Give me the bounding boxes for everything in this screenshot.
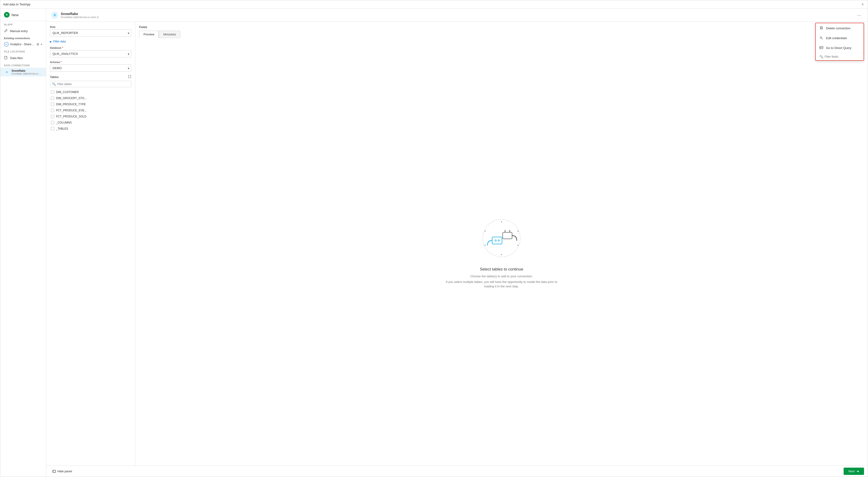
database-select-wrapper: QLIK_ANALYTICS ▾ [50, 50, 131, 57]
table-item-fct-produce-eve[interactable]: FCT_PRODUCE_EVE... [50, 107, 131, 114]
svg-point-15 [518, 231, 519, 232]
context-menu: Delete connection Edit credentials [815, 23, 864, 61]
filter-play-icon: ▶ [50, 40, 52, 43]
tables-expand-button[interactable] [128, 75, 131, 79]
next-button[interactable]: Next [844, 468, 864, 475]
tab-preview[interactable]: Preview [139, 31, 159, 38]
filter-tables-input[interactable] [57, 83, 129, 86]
sidebar: + New IN-APP Manual entry Existing conne… [0, 9, 46, 477]
data-files-label: Data files [10, 56, 23, 60]
table-item-tables[interactable]: _TABLES [50, 126, 131, 132]
empty-state: Select tables to continue Choose the tab… [139, 42, 864, 462]
table-checkbox-tables[interactable] [51, 127, 54, 130]
table-checkbox-dim-customer[interactable] [51, 91, 54, 94]
database-field-row: Database QLIK_ANALYTICS ▾ [50, 46, 131, 57]
empty-state-desc-line2: If you select multiple tables, you will … [440, 280, 562, 289]
table-checkbox-fct-produce-eve[interactable] [51, 109, 54, 112]
next-arrow-icon [856, 470, 859, 473]
sidebar-item-data-files[interactable]: Data files [0, 54, 46, 62]
schema-select[interactable]: DEMO [50, 64, 131, 72]
table-name-fct-produce-sold: FCT_PRODUCE_SOLD [56, 115, 86, 118]
connection-subtitle: Snowflake (qlikinternal.us-east-1) [11, 72, 42, 75]
table-item-dim-customer[interactable]: DIM_CUSTOMER [50, 89, 131, 95]
config-panel: Role QLIK_REPORTER ▾ ▶ Filter data [46, 22, 135, 466]
empty-state-icon [478, 215, 525, 262]
svg-point-7 [483, 219, 520, 257]
svg-rect-8 [503, 232, 512, 239]
snowflake-connection-item[interactable]: ❄ Snowflake Snowflake (qlikinternal.us-e… [0, 68, 46, 76]
data-connections-section-label: DATA CONNECTIONS [0, 62, 46, 68]
hide-panel-button[interactable]: Hide panel [50, 468, 74, 475]
file-locations-section-label: FILE LOCATIONS [0, 48, 46, 54]
tables-header: Tables [50, 75, 131, 79]
role-label: Role [50, 26, 131, 28]
connection-info: Snowflake Snowflake (qlikinternal.us-eas… [11, 69, 42, 75]
table-name-tables: _TABLES [56, 127, 68, 130]
content-area: Role QLIK_REPORTER ▾ ▶ Filter data [46, 22, 868, 466]
table-checkbox-dim-grocery-sto[interactable] [51, 97, 54, 100]
fields-section-label: Fields [139, 26, 864, 29]
table-name-dim-grocery-sto: DIM_GROCERY_STO... [56, 97, 87, 100]
schema-field-row: Schema DEMO ▾ [50, 61, 131, 72]
svg-text:❄: ❄ [6, 70, 8, 74]
table-checkbox-fct-produce-sold[interactable] [51, 115, 54, 118]
edit-credentials-menu-item[interactable]: Edit credentials [816, 33, 864, 43]
trash-icon [819, 26, 824, 30]
search-icon-small: 🔍 [819, 55, 823, 58]
schema-label: Schema [50, 61, 131, 64]
svg-point-17 [501, 254, 502, 255]
table-checkbox-columns[interactable] [51, 121, 54, 124]
title-bar: Add data to TestApp × [0, 0, 868, 9]
filter-fields-row: 🔍 [816, 53, 864, 60]
svg-point-14 [501, 221, 502, 222]
filter-data-button[interactable]: ▶ Filter data [50, 40, 131, 43]
schema-select-wrapper: DEMO ▾ [50, 64, 131, 72]
hide-panel-icon [52, 470, 56, 473]
hide-panel-label: Hide panel [57, 470, 72, 473]
go-to-direct-query-label: Go to Direct Query [826, 46, 851, 50]
go-to-direct-query-menu-item[interactable]: Go to Direct Query [816, 43, 864, 53]
analytics-icon [4, 42, 9, 46]
svg-point-13 [498, 240, 499, 241]
table-icon [819, 46, 824, 50]
fields-panel: Fields Preview Metadata [135, 22, 868, 466]
table-item-dim-produce-type[interactable]: DIM_PRODUCE_TYPE [50, 101, 131, 107]
new-button[interactable]: + New [0, 9, 46, 21]
analytics-shared-data-item[interactable]: Analytics - Shared Data... ⚙ ▾ [0, 40, 46, 48]
database-label: Database [50, 46, 131, 49]
right-panel: ❄ Snowflake Snowflake (qlikinternal.us-e… [46, 9, 868, 477]
sidebar-item-manual-entry[interactable]: Manual entry [0, 27, 46, 35]
role-select[interactable]: QLIK_REPORTER [50, 29, 131, 37]
table-checkbox-dim-produce-type[interactable] [51, 103, 54, 106]
svg-text:❄: ❄ [53, 13, 56, 17]
panel-header-info: Snowflake Snowflake (qlikinternal.us-eas… [61, 12, 99, 19]
table-name-columns: _COLUMNS [56, 121, 72, 124]
cog-icon[interactable]: ⚙ [36, 42, 39, 46]
more-options-button[interactable]: ⋯ [856, 11, 863, 19]
database-select[interactable]: QLIK_ANALYTICS [50, 50, 131, 57]
filter-fields-input[interactable] [825, 55, 860, 58]
tables-title: Tables [50, 75, 59, 79]
empty-state-desc-line1: Choose the table(s) to add to your conne… [470, 274, 533, 279]
delete-connection-menu-item[interactable]: Delete connection [816, 23, 864, 33]
svg-point-19 [485, 231, 486, 232]
new-label: New [11, 13, 19, 17]
tables-list: DIM_CUSTOMER DIM_GROCERY_STO... DIM_PROD… [50, 89, 131, 132]
tables-filter: 🔍 [50, 81, 131, 87]
empty-state-title: Select tables to continue [480, 267, 523, 272]
table-item-fct-produce-sold[interactable]: FCT_PRODUCE_SOLD [50, 114, 131, 120]
svg-point-16 [518, 245, 519, 246]
pencil-icon [4, 29, 8, 33]
table-item-dim-grocery-sto[interactable]: DIM_GROCERY_STO... [50, 95, 131, 101]
table-item-columns[interactable]: _COLUMNS [50, 120, 131, 126]
tab-metadata[interactable]: Metadata [159, 31, 180, 38]
panel-header: ❄ Snowflake Snowflake (qlikinternal.us-e… [46, 9, 868, 22]
snowflake-sidebar-icon: ❄ [4, 69, 10, 75]
key-icon [819, 36, 824, 40]
role-field-row: Role QLIK_REPORTER ▾ [50, 26, 131, 37]
panel-header-left: ❄ Snowflake Snowflake (qlikinternal.us-e… [51, 11, 99, 19]
next-label: Next [848, 470, 855, 473]
svg-rect-20 [53, 470, 56, 473]
connection-name: Snowflake [11, 69, 42, 72]
close-button[interactable]: × [860, 2, 865, 7]
